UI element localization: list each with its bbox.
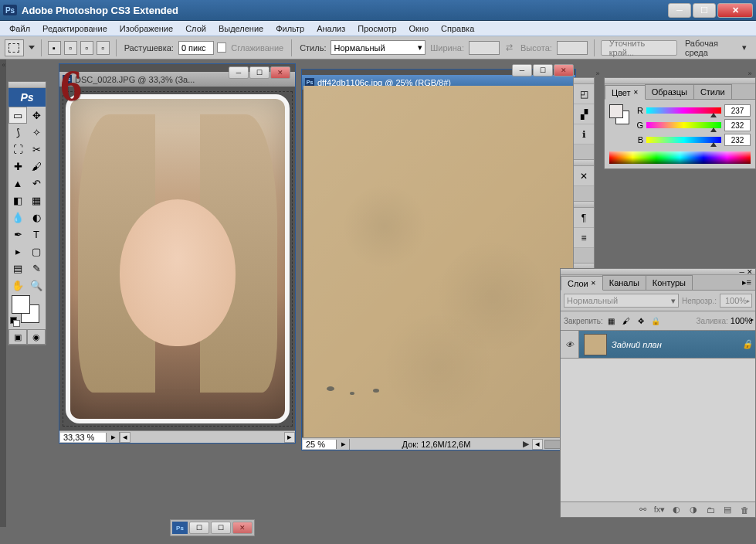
tab-channels[interactable]: Каналы (602, 275, 646, 290)
healing-brush-tool[interactable]: ✚ (8, 158, 27, 175)
zoom-tool[interactable]: 🔍 (27, 277, 46, 294)
minimized-doc-restore-button[interactable]: ☐ (189, 522, 209, 534)
type-tool[interactable]: T (27, 226, 46, 243)
layers-panel-grip[interactable]: ─ ✕ (561, 269, 755, 275)
toolbox-grip[interactable] (8, 82, 46, 88)
b-slider[interactable] (646, 136, 721, 144)
dock-grip[interactable] (574, 78, 594, 84)
menu-file[interactable]: Файл (3, 22, 36, 35)
layer-mask-icon[interactable]: ◐ (669, 504, 684, 516)
lasso-tool[interactable]: ⟆ (8, 124, 27, 141)
window-maximize-button[interactable]: ☐ (693, 3, 716, 18)
eyedropper-tool[interactable]: ✎ (27, 260, 46, 277)
doc2-status-arrow-icon[interactable]: ▶ (523, 439, 529, 449)
layers-panel-close-icon[interactable]: ✕ (747, 268, 753, 276)
clone-stamp-tool[interactable]: ▲ (8, 175, 27, 192)
tab-paths[interactable]: Контуры (646, 275, 693, 290)
layer-visibility-icon[interactable]: 👁 (561, 331, 579, 358)
selection-intersect-icon[interactable]: ▫ (97, 41, 110, 55)
magic-wand-tool[interactable]: ✧ (27, 124, 46, 141)
doc1-zoom-field[interactable]: 33,33 % (60, 433, 107, 442)
quickmask-mode-button[interactable]: ◉ (27, 329, 46, 345)
dock-grip-2[interactable] (574, 160, 594, 166)
selection-subtract-icon[interactable]: ▫ (80, 41, 93, 55)
notes-tool[interactable]: ▤ (8, 260, 27, 277)
doc2-status-icon[interactable]: ▸ (337, 439, 350, 450)
minimized-doc-close-button[interactable]: ✕ (232, 522, 253, 534)
doc1-scroll-left[interactable]: ◂ (120, 432, 131, 443)
move-tool[interactable]: ✥ (27, 107, 46, 124)
info-icon[interactable]: ℹ (574, 124, 594, 144)
dock-grip-3[interactable] (574, 202, 594, 208)
window-minimize-button[interactable]: ─ (668, 3, 691, 18)
minimized-doc-maximize-button[interactable]: ☐ (211, 522, 231, 534)
crop-tool[interactable]: ⛶ (8, 141, 27, 158)
doc2-maximize-button[interactable]: ☐ (533, 64, 553, 76)
style-dropdown[interactable]: Нормальный (331, 40, 425, 55)
menu-edit[interactable]: Редактирование (36, 22, 114, 35)
layers-panel-menu-icon[interactable]: ▸≡ (738, 275, 755, 290)
right-dock-collapse-icon[interactable]: » (594, 70, 602, 77)
tool-preset-dropdown-icon[interactable] (29, 46, 35, 49)
doc2-scroll-left[interactable]: ◂ (532, 439, 543, 450)
doc1-minimize-button[interactable]: ─ (229, 66, 249, 79)
lock-transparency-icon[interactable]: ▦ (605, 314, 618, 327)
brush-tool[interactable]: 🖌 (27, 158, 46, 175)
layer-row-background[interactable]: 👁 Задний план 🔒 (561, 331, 755, 359)
layer-group-icon[interactable]: 🗀 (703, 504, 718, 516)
paragraph-icon[interactable]: ≡ (574, 228, 594, 248)
lock-pixels-icon[interactable]: 🖌 (620, 314, 632, 327)
slice-tool[interactable]: ✂ (27, 141, 46, 158)
lock-position-icon[interactable]: ✥ (635, 314, 647, 327)
menu-view[interactable]: Просмотр (351, 22, 402, 35)
blend-mode-dropdown[interactable]: Нормальный (564, 294, 679, 308)
eraser-tool[interactable]: ◧ (8, 192, 27, 209)
navigator-icon[interactable]: ◰ (574, 84, 594, 104)
doc2-minimize-button[interactable]: ─ (512, 64, 532, 76)
options-icon[interactable]: ✕ (574, 166, 594, 186)
path-selection-tool[interactable]: ▸ (8, 243, 27, 260)
r-slider[interactable] (646, 107, 721, 114)
color-spectrum[interactable] (609, 151, 751, 164)
dodge-tool[interactable]: ◐ (27, 209, 46, 226)
doc1-maximize-button[interactable]: ☐ (249, 66, 270, 79)
workspace-menu[interactable]: Рабочая среда ▾ (680, 39, 751, 57)
lock-all-icon[interactable]: 🔒 (649, 314, 662, 327)
default-colors-icon[interactable] (10, 317, 21, 328)
feather-input[interactable] (178, 41, 214, 55)
doc1-scroll-right[interactable]: ▸ (284, 432, 295, 443)
g-value-input[interactable] (724, 119, 751, 131)
menu-analysis[interactable]: Анализ (310, 22, 351, 35)
pen-tool[interactable]: ✒ (8, 226, 27, 243)
menu-select[interactable]: Выделение (212, 22, 270, 35)
selection-add-icon[interactable]: ▫ (64, 41, 77, 55)
refine-edge-button[interactable]: Уточнить край... (601, 40, 677, 56)
layer-name-label[interactable]: Задний план (612, 340, 740, 349)
tab-swatches[interactable]: Образцы (645, 84, 694, 99)
layer-thumbnail[interactable] (584, 334, 607, 355)
doc2-close-button[interactable]: ✕ (554, 64, 574, 76)
tool-preset-button[interactable] (5, 39, 24, 56)
character-icon[interactable]: ¶ (574, 208, 594, 228)
doc2-zoom-field[interactable]: 25 % (303, 440, 337, 449)
menu-window[interactable]: Окно (403, 22, 436, 35)
menu-help[interactable]: Справка (435, 22, 480, 35)
r-value-input[interactable] (724, 104, 751, 117)
layers-panel-minimize-icon[interactable]: ─ (740, 268, 744, 276)
color-swatches[interactable] (8, 294, 46, 325)
hand-tool[interactable]: ✋ (8, 277, 27, 294)
layer-style-icon[interactable]: fx▾ (652, 504, 667, 516)
dock-collapse-icon[interactable]: « (0, 61, 8, 69)
link-layers-icon[interactable]: ⚯ (635, 504, 650, 516)
delete-layer-icon[interactable]: 🗑 (737, 504, 752, 516)
doc1-status-icon[interactable]: ▸ (107, 432, 120, 443)
doc1-close-button[interactable]: ✕ (270, 66, 290, 79)
adjustment-layer-icon[interactable]: ◑ (686, 504, 701, 516)
menu-layer[interactable]: Слой (179, 22, 212, 35)
tab-color[interactable]: Цвет✕ (605, 85, 646, 100)
color-panel-grip[interactable] (605, 78, 755, 84)
tab-layers[interactable]: Слои✕ (561, 276, 603, 291)
right-dock2-collapse-icon[interactable]: » (746, 70, 754, 77)
selection-new-icon[interactable]: ▪ (48, 41, 61, 55)
window-close-button[interactable]: ✕ (717, 3, 753, 18)
